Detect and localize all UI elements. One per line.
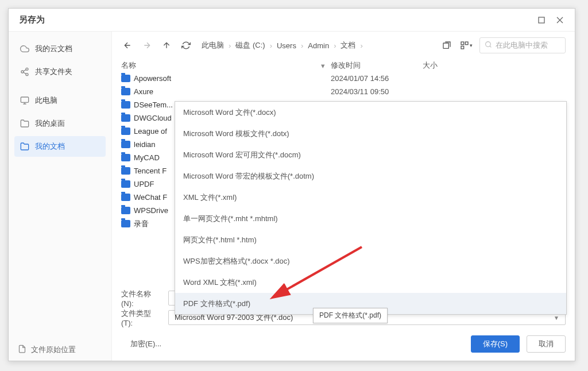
chevron-right-icon: › xyxy=(332,41,337,50)
sidebar-item-cloud-docs[interactable]: 我的云文档 xyxy=(14,38,106,59)
chevron-right-icon: › xyxy=(269,41,273,50)
filetype-option[interactable]: 网页文件(*.html *.htm) xyxy=(175,229,566,250)
svg-point-9 xyxy=(486,42,491,47)
search-icon xyxy=(485,41,492,50)
svg-rect-4 xyxy=(21,97,28,102)
sidebar: 我的云文档 共享文件夹 此电脑 我的桌面 我的文档 xyxy=(9,32,112,361)
folder-icon xyxy=(121,114,130,122)
filename-label: 文件名称(N): xyxy=(121,289,163,308)
new-window-icon[interactable] xyxy=(440,39,453,52)
filetype-option[interactable]: Word XML 文档(*.xml) xyxy=(175,272,566,293)
folder-icon xyxy=(20,119,29,128)
sidebar-item-label: 此电脑 xyxy=(35,95,57,106)
filetype-option[interactable]: Microsoft Word 文件(*.docx) xyxy=(175,102,566,123)
filetype-dropdown: Microsoft Word 文件(*.docx)Microsoft Word … xyxy=(175,101,567,315)
cancel-button[interactable]: 取消 xyxy=(527,335,566,353)
file-name: Apowersoft xyxy=(134,74,171,83)
search-input[interactable]: 在此电脑中搜索 xyxy=(479,37,566,53)
view-mode-button[interactable]: ▾ xyxy=(460,39,473,52)
file-row[interactable]: Axure2024/03/11 09:50 xyxy=(121,85,566,98)
search-placeholder: 在此电脑中搜索 xyxy=(496,40,548,51)
refresh-button[interactable] xyxy=(180,39,192,52)
up-button[interactable] xyxy=(160,39,173,52)
sidebar-item-documents[interactable]: 我的文档 xyxy=(14,136,106,157)
svg-rect-6 xyxy=(461,42,464,45)
svg-point-1 xyxy=(26,68,28,70)
sidebar-item-desktop[interactable]: 我的桌面 xyxy=(14,113,106,134)
crumb-disk-c[interactable]: 磁盘 (C:) xyxy=(233,39,267,52)
column-headers: 名称▾ 修改时间 大小 xyxy=(112,57,575,72)
col-date-header[interactable]: 修改时间 xyxy=(331,60,423,71)
col-size-header[interactable]: 大小 xyxy=(423,60,469,71)
svg-rect-5 xyxy=(443,43,448,48)
file-name: WPSDrive xyxy=(134,206,168,215)
file-name: DSeeTem... xyxy=(134,101,173,109)
dialog-title: 另存为 xyxy=(19,14,532,25)
folder-icon xyxy=(20,142,29,151)
monitor-icon xyxy=(20,96,29,105)
file-date: 2024/03/11 09:50 xyxy=(331,87,423,96)
sidebar-item-this-pc[interactable]: 此电脑 xyxy=(14,90,106,111)
sidebar-item-label: 共享文件夹 xyxy=(35,67,72,77)
file-name: UPDF xyxy=(134,180,154,188)
original-location-label: 文件原始位置 xyxy=(31,345,76,355)
chevron-right-icon: › xyxy=(359,41,363,50)
file-name: Axure xyxy=(134,87,153,96)
sidebar-item-shared-folder[interactable]: 共享文件夹 xyxy=(14,61,106,82)
filetype-option[interactable]: 单一网页文件(*.mht *.mhtml) xyxy=(175,208,566,229)
share-icon xyxy=(20,67,29,76)
crumb-admin[interactable]: Admin xyxy=(305,40,331,51)
filetype-option[interactable]: Microsoft Word 宏可用文件(*.docm) xyxy=(175,144,566,165)
folder-icon xyxy=(121,127,130,135)
folder-icon xyxy=(121,101,130,109)
file-row[interactable]: Apowersoft2024/01/07 14:56 xyxy=(121,72,566,85)
maximize-button[interactable] xyxy=(532,11,551,29)
folder-icon xyxy=(121,207,130,214)
toolbar: 此电脑› 磁盘 (C:)› Users› Admin› 文档› ▾ 在此电脑中搜… xyxy=(112,34,575,57)
sidebar-item-label: 我的文档 xyxy=(35,141,65,152)
sort-indicator-icon: ▾ xyxy=(321,61,325,70)
location-icon xyxy=(18,345,26,355)
forward-button[interactable] xyxy=(141,39,153,52)
crumb-documents[interactable]: 文档 xyxy=(338,39,358,52)
chevron-right-icon: › xyxy=(227,41,232,50)
filetype-option[interactable]: Microsoft Word 带宏的模板文件(*.dotm) xyxy=(175,165,566,187)
filetype-option[interactable]: WPS加密文档格式(*.docx *.doc) xyxy=(175,250,566,272)
file-name: Tencent F xyxy=(134,167,167,175)
file-name: 录音 xyxy=(134,219,149,229)
original-location-button[interactable]: 文件原始位置 xyxy=(18,345,76,355)
sidebar-item-label: 我的桌面 xyxy=(35,118,65,129)
file-name: leidian xyxy=(134,140,156,149)
chevron-down-icon: ▼ xyxy=(554,315,559,321)
svg-rect-0 xyxy=(539,17,544,23)
breadcrumb: 此电脑› 磁盘 (C:)› Users› Admin› 文档› xyxy=(199,39,434,52)
folder-icon xyxy=(121,220,130,227)
folder-icon xyxy=(121,167,130,175)
encrypt-link[interactable]: 加密(E)... xyxy=(121,339,161,349)
folder-icon xyxy=(121,141,130,148)
svg-point-2 xyxy=(21,71,24,73)
folder-icon xyxy=(121,194,130,201)
tooltip: PDF 文件格式(*.pdf) xyxy=(313,308,388,323)
titlebar: 另存为 xyxy=(9,9,575,32)
file-date: 2024/01/07 14:56 xyxy=(331,74,423,83)
file-name: League of xyxy=(134,127,167,136)
cloud-icon xyxy=(20,44,29,53)
folder-icon xyxy=(121,88,130,95)
crumb-users[interactable]: Users xyxy=(274,40,299,51)
close-button[interactable] xyxy=(551,11,569,29)
file-name: MyCAD xyxy=(134,153,160,162)
crumb-this-pc[interactable]: 此电脑 xyxy=(199,39,226,52)
filetype-option[interactable]: XML 文件(*.xml) xyxy=(175,187,566,208)
sidebar-item-label: 我的云文档 xyxy=(35,44,72,54)
col-name-header[interactable]: 名称▾ xyxy=(121,60,331,71)
back-button[interactable] xyxy=(121,39,134,52)
filetype-label: 文件类型(T): xyxy=(121,308,163,327)
svg-rect-7 xyxy=(465,42,468,45)
filetype-option[interactable]: Microsoft Word 模板文件(*.dotx) xyxy=(175,123,566,144)
save-button[interactable]: 保存(S) xyxy=(471,335,520,353)
folder-icon xyxy=(121,180,130,188)
svg-point-3 xyxy=(26,74,28,76)
chevron-right-icon: › xyxy=(300,41,304,50)
folder-icon xyxy=(121,75,130,82)
